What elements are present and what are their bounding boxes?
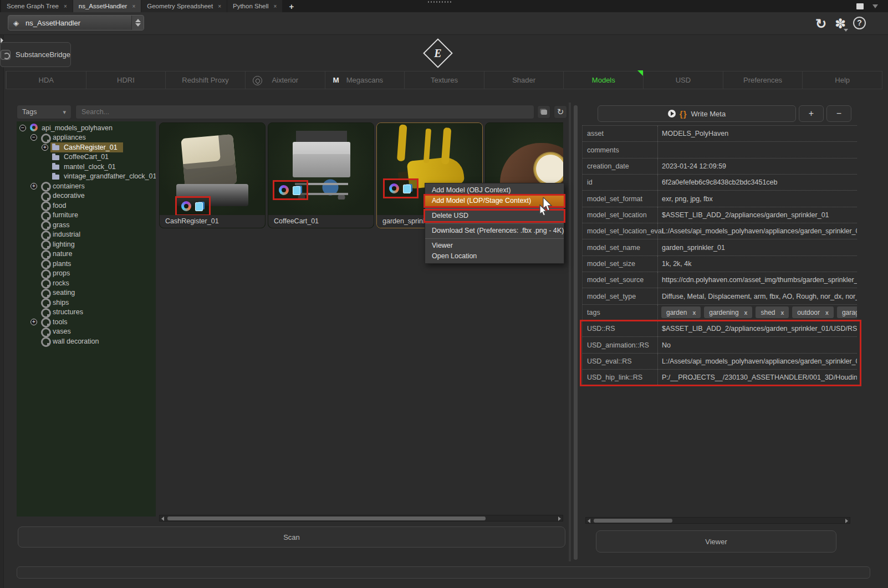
pane-menu-caret-icon[interactable] bbox=[872, 4, 878, 8]
context-menu-item[interactable]: Viewer bbox=[425, 241, 564, 251]
tree-item[interactable]: api_models_polyhaven bbox=[17, 123, 156, 133]
meta-horizontal-scrollbar[interactable] bbox=[585, 517, 850, 524]
tree-item[interactable]: industrial bbox=[17, 230, 156, 240]
remove-attribute-button[interactable]: − bbox=[826, 105, 851, 122]
meta-value[interactable]: https://cdn.polyhaven.com/asset_img/thum… bbox=[658, 276, 857, 284]
pane-layout-icon[interactable] bbox=[856, 3, 864, 9]
thumbnail-view-button[interactable] bbox=[537, 105, 550, 119]
tree-item[interactable]: seating bbox=[17, 288, 156, 298]
expander-icon[interactable] bbox=[30, 319, 37, 325]
pane-drag-handle[interactable] bbox=[428, 1, 452, 3]
help-icon[interactable]: ? bbox=[853, 17, 866, 29]
nav-tab[interactable]: Shader bbox=[484, 71, 564, 89]
tag-chip[interactable]: outdoor x bbox=[792, 306, 834, 318]
expander-icon[interactable] bbox=[19, 125, 26, 131]
tree-item[interactable]: appliances bbox=[17, 133, 156, 143]
scroll-left-icon[interactable] bbox=[588, 519, 590, 523]
expander-icon[interactable] bbox=[30, 134, 37, 141]
scroll-right-icon[interactable] bbox=[845, 519, 848, 523]
pane-tab[interactable]: Python Shell × bbox=[227, 0, 282, 12]
meta-value[interactable]: 6f2a0efefeb6c9c8438cb2bdc3451ceb bbox=[658, 178, 857, 186]
close-icon[interactable]: × bbox=[218, 3, 221, 9]
remove-tag-icon[interactable]: x bbox=[692, 309, 696, 316]
context-menu-item[interactable]: Add Model (OBJ Context) bbox=[425, 185, 564, 196]
recook-icon[interactable]: ↻ bbox=[813, 14, 829, 34]
scan-button[interactable]: Scan bbox=[18, 526, 565, 548]
pane-tab[interactable]: Geometry Spreadsheet × bbox=[141, 0, 227, 12]
tree-item[interactable]: vases bbox=[17, 327, 156, 337]
tag-chip[interactable]: shed x bbox=[756, 306, 789, 318]
tree-item[interactable]: vintage_grandfather_clock_01 bbox=[17, 172, 156, 182]
tree-item[interactable]: decorative bbox=[17, 191, 156, 201]
asset-card[interactable]: CashRegister_01 bbox=[159, 122, 266, 228]
panel-splitter-handle[interactable] bbox=[574, 105, 578, 560]
remove-tag-icon[interactable]: x bbox=[744, 309, 748, 316]
nav-tab[interactable]: Megascans bbox=[325, 71, 405, 89]
settings-gear-icon[interactable]: ✽ bbox=[832, 14, 849, 34]
context-menu-item[interactable]: Download Set (Preferences: .fbx .png - 4… bbox=[425, 226, 564, 236]
tag-chip[interactable]: gardening x bbox=[704, 306, 752, 318]
meta-value[interactable]: $ASSET_LIB_ADD_2/appliances/garden_sprin… bbox=[658, 325, 857, 333]
expander-icon[interactable] bbox=[30, 183, 37, 190]
tree-item[interactable]: props bbox=[17, 269, 156, 279]
meta-value[interactable]: P:/__PROJECTS__/230130_ASSETHANDLER/001_… bbox=[658, 374, 857, 381]
tree-item[interactable]: plants bbox=[17, 259, 156, 269]
pane-tab[interactable]: Scene Graph Tree × bbox=[1, 0, 73, 12]
tree-item[interactable]: furniture bbox=[17, 211, 156, 221]
meta-value[interactable]: Diffuse, Metal, Displacement, arm, fbx, … bbox=[658, 293, 857, 300]
close-icon[interactable]: × bbox=[64, 3, 67, 9]
meta-value[interactable]: L:/Assets/api_models_polyhaven/appliance… bbox=[658, 227, 857, 235]
tree-item[interactable]: mantel_clock_01 bbox=[17, 162, 156, 172]
add-attribute-button[interactable]: + bbox=[799, 105, 824, 122]
tree-item[interactable]: wall decoration bbox=[17, 336, 156, 346]
node-selector[interactable]: ◈ ns_AssetHandler bbox=[8, 15, 144, 30]
meta-value[interactable]: garden_sprinkler_01 bbox=[658, 244, 857, 252]
meta-value[interactable]: $ASSET_LIB_ADD_2/appliances/garden_sprin… bbox=[658, 211, 857, 219]
node-selector-spinner[interactable] bbox=[131, 16, 144, 30]
tree-item[interactable]: tools bbox=[17, 317, 156, 327]
meta-value[interactable]: 2023-01-24 12:09:59 bbox=[658, 162, 857, 170]
grid-horizontal-scrollbar[interactable] bbox=[159, 515, 563, 521]
context-menu-item[interactable] bbox=[425, 236, 564, 241]
write-meta-button[interactable]: {} Write Meta bbox=[598, 105, 796, 122]
remove-tag-icon[interactable]: x bbox=[780, 309, 784, 316]
asset-card[interactable]: CoffeeCart_01 bbox=[268, 122, 374, 228]
close-icon[interactable]: × bbox=[274, 3, 277, 9]
nav-tab[interactable]: Textures bbox=[404, 71, 484, 89]
scrollbar-thumb[interactable] bbox=[594, 519, 672, 523]
toolbar-button[interactable]: SubstanceBridge bbox=[0, 42, 71, 67]
nav-tab[interactable]: USD bbox=[643, 71, 723, 89]
meta-value[interactable]: exr, png, jpg, fbx bbox=[658, 195, 857, 203]
expander-icon[interactable] bbox=[42, 144, 48, 151]
tree-item[interactable]: structures bbox=[17, 308, 156, 318]
pane-edge-strip[interactable] bbox=[0, 35, 4, 588]
context-menu-item[interactable] bbox=[425, 221, 564, 226]
context-menu-item[interactable]: Open Location bbox=[425, 251, 564, 262]
tags-dropdown[interactable]: Tags ▾ bbox=[17, 105, 72, 119]
panel-splitter[interactable] bbox=[569, 103, 571, 561]
close-icon[interactable]: × bbox=[132, 3, 135, 9]
tree-item[interactable]: containers bbox=[17, 181, 156, 191]
tree-item[interactable]: CashRegister_01 bbox=[17, 142, 156, 152]
tag-chip[interactable]: garage x bbox=[837, 306, 857, 318]
nav-tab[interactable]: HDA bbox=[6, 71, 86, 89]
scrollbar-thumb[interactable] bbox=[167, 517, 486, 520]
tree-item[interactable]: rocks bbox=[17, 278, 156, 288]
remove-tag-icon[interactable]: x bbox=[825, 309, 829, 316]
meta-value[interactable]: L:/Assets/api_models_polyhaven/appliance… bbox=[658, 357, 857, 365]
meta-value[interactable]: No bbox=[658, 341, 857, 349]
tree-item[interactable]: nature bbox=[17, 249, 156, 259]
nav-tab[interactable]: Preferences bbox=[723, 71, 803, 89]
search-input[interactable] bbox=[75, 105, 534, 119]
nav-tab[interactable]: Models bbox=[563, 71, 643, 89]
tree-item[interactable]: grass bbox=[17, 220, 156, 230]
meta-value[interactable]: MODELS_PolyHaven bbox=[658, 130, 857, 137]
pane-tab[interactable]: ns_AssetHandler × bbox=[73, 0, 141, 12]
refresh-button[interactable]: ↻ bbox=[554, 105, 567, 119]
tree-item[interactable]: food bbox=[17, 201, 156, 211]
nav-tab[interactable]: Redshift Proxy bbox=[165, 71, 245, 89]
new-pane-tab-button[interactable]: + bbox=[282, 0, 300, 12]
scroll-left-icon[interactable] bbox=[161, 517, 164, 521]
meta-value[interactable]: 1k, 2k, 4k bbox=[658, 260, 857, 268]
tag-chip[interactable]: garden x bbox=[661, 306, 701, 318]
